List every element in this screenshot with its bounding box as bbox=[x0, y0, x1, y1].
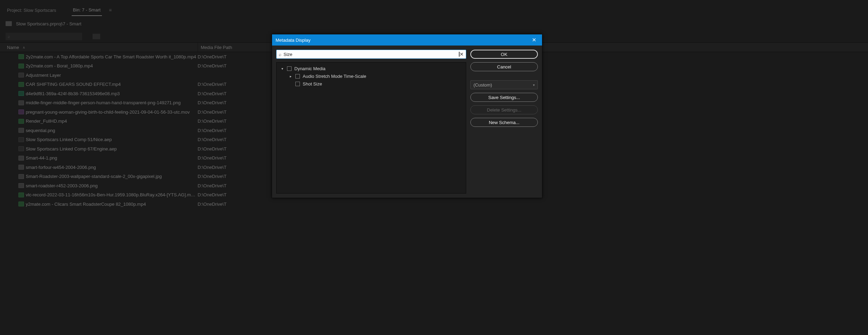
tree-label: Audio Stretch Mode Time-Scale bbox=[303, 74, 366, 79]
file-type-icon bbox=[17, 174, 26, 179]
preset-dropdown[interactable]: (Custom) ▾ bbox=[470, 80, 538, 89]
metadata-search-field[interactable]: ⌕ ✕ bbox=[276, 50, 466, 59]
file-name[interactable]: middle-finger-middle-finger-person-human… bbox=[26, 100, 198, 105]
file-type-icon bbox=[17, 109, 26, 114]
file-path: D:\OneDrive\T bbox=[198, 192, 226, 197]
file-name[interactable]: Slow Sportscars Linked Comp 67/Engine.ae… bbox=[26, 146, 198, 152]
breadcrumb: Slow Sportscars.prproj\7 - Smart bbox=[16, 21, 81, 26]
file-path: D:\OneDrive\T bbox=[198, 165, 226, 170]
file-path: D:\OneDrive\T bbox=[198, 128, 226, 133]
file-name[interactable]: d4e9df81-369a-424f-8b38-736153496e08.mp3 bbox=[26, 91, 198, 96]
file-type-icon bbox=[17, 73, 26, 77]
chevron-down-icon: ▾ bbox=[533, 83, 535, 87]
file-path: D:\OneDrive\T bbox=[198, 100, 226, 105]
checkbox[interactable] bbox=[295, 74, 300, 79]
file-name[interactable]: 2y2mate.com - Borat_1080p.mp4 bbox=[26, 63, 198, 68]
tab-bin[interactable]: Bin: 7 - Smart bbox=[72, 5, 102, 16]
new-schema-button[interactable]: New Schema... bbox=[470, 118, 538, 127]
file-type-icon bbox=[17, 183, 26, 188]
file-path: D:\OneDrive\T bbox=[198, 137, 226, 142]
file-name[interactable]: smart-forfour-w454-2004-2006.png bbox=[26, 165, 198, 170]
file-path: D:\OneDrive\T bbox=[198, 155, 226, 161]
cancel-button[interactable]: Cancel bbox=[470, 62, 538, 71]
file-name[interactable]: pregnant-young-woman-giving-birth-to-chi… bbox=[26, 109, 198, 115]
project-search-input[interactable] bbox=[6, 33, 82, 40]
metadata-tree[interactable]: ▾ Dynamic Media ▸ Audio Stretch Mode Tim… bbox=[276, 62, 466, 194]
file-type-icon bbox=[17, 137, 26, 142]
file-name[interactable]: Slow Sportscars Linked Comp 51/Nice.aep bbox=[26, 137, 198, 142]
preset-label: (Custom) bbox=[473, 82, 492, 88]
search-icon: ⌕ bbox=[8, 34, 10, 39]
file-type-icon bbox=[17, 100, 26, 105]
panel-menu-icon[interactable]: ≡ bbox=[109, 7, 112, 13]
file-path: D:\OneDrive\T bbox=[198, 109, 226, 115]
file-name[interactable]: 2y2mate.com - A Top Affordable Sports Ca… bbox=[26, 54, 198, 59]
column-name-label: Name bbox=[7, 45, 19, 50]
file-path: D:\OneDrive\T bbox=[198, 63, 226, 68]
metadata-search-input[interactable] bbox=[284, 52, 459, 57]
file-path: D:\OneDrive\T bbox=[198, 174, 226, 179]
column-header-name[interactable]: Name ∧ bbox=[7, 45, 198, 50]
file-path: D:\OneDrive\T bbox=[198, 82, 226, 87]
file-type-icon bbox=[17, 64, 26, 68]
file-name[interactable]: sequential.png bbox=[26, 128, 198, 133]
ok-button[interactable]: OK bbox=[470, 50, 538, 59]
file-path: D:\OneDrive\T bbox=[198, 91, 226, 96]
file-type-icon bbox=[17, 165, 26, 170]
file-path: D:\OneDrive\T bbox=[198, 119, 226, 124]
checkbox[interactable] bbox=[295, 82, 300, 86]
metadata-display-dialog: Metadata Display ✕ ⌕ ✕ ▾ Dynamic Media ▸ bbox=[272, 34, 542, 198]
tree-group-dynamic-media[interactable]: ▾ Dynamic Media bbox=[278, 65, 464, 72]
tab-project[interactable]: Project: Slow Sportscars bbox=[6, 5, 58, 16]
file-path: D:\OneDrive\T bbox=[198, 183, 226, 188]
dialog-title: Metadata Display bbox=[276, 38, 530, 43]
checkbox[interactable] bbox=[287, 66, 292, 71]
file-path: D:\OneDrive\T bbox=[198, 202, 226, 207]
save-settings-button[interactable]: Save Settings... bbox=[470, 93, 538, 102]
file-type-icon bbox=[17, 119, 26, 124]
tree-item-shot-size[interactable]: Shot Size bbox=[278, 80, 464, 88]
file-type-icon bbox=[17, 156, 26, 161]
file-name[interactable]: Smart-44-1.png bbox=[26, 155, 198, 161]
file-name[interactable]: Smart-Roadster-2003-wallpaper-standard-s… bbox=[26, 174, 198, 179]
file-name[interactable]: Render_FullHD.mp4 bbox=[26, 119, 198, 124]
bin-icon bbox=[6, 21, 12, 26]
file-name[interactable]: vlc-record-2022-03-11-16h56m10s-Ben-Hur.… bbox=[26, 192, 198, 197]
file-name[interactable]: smart-roadster-r452-2003-2006.png bbox=[26, 183, 198, 188]
file-name[interactable]: CAR SHIFTING GEARS SOUND EFFECT.mp4 bbox=[26, 82, 198, 87]
file-type-icon bbox=[17, 82, 26, 87]
file-type-icon bbox=[17, 193, 26, 197]
column-path-label: Media File Path bbox=[201, 45, 232, 50]
chevron-down-icon[interactable]: ▾ bbox=[280, 67, 284, 71]
file-name[interactable]: y2mate.com - Clicars Smart RoadsterCoupe… bbox=[26, 202, 198, 207]
file-type-icon bbox=[17, 128, 26, 133]
chevron-right-icon[interactable]: ▸ bbox=[288, 74, 293, 78]
file-type-icon bbox=[17, 54, 26, 59]
sort-ascending-icon: ∧ bbox=[23, 46, 25, 49]
new-bin-icon[interactable] bbox=[93, 34, 100, 39]
file-name[interactable]: Adjustment Layer bbox=[26, 73, 198, 78]
file-path: D:\OneDrive\T bbox=[198, 54, 226, 59]
close-icon[interactable]: ✕ bbox=[530, 37, 539, 43]
tree-item-audio-stretch[interactable]: ▸ Audio Stretch Mode Time-Scale bbox=[278, 72, 464, 80]
dialog-titlebar[interactable]: Metadata Display ✕ bbox=[272, 34, 542, 46]
tree-label: Shot Size bbox=[303, 81, 322, 87]
file-type-icon bbox=[17, 146, 26, 151]
clear-search-icon[interactable]: ✕ bbox=[460, 51, 464, 57]
table-row[interactable]: y2mate.com - Clicars Smart RoadsterCoupe… bbox=[0, 199, 868, 209]
search-icon: ⌕ bbox=[279, 52, 281, 57]
file-type-icon bbox=[17, 91, 26, 96]
tree-label: Dynamic Media bbox=[294, 66, 326, 71]
file-path: D:\OneDrive\T bbox=[198, 146, 226, 152]
delete-settings-button: Delete Settings... bbox=[470, 105, 538, 114]
file-type-icon bbox=[17, 202, 26, 206]
